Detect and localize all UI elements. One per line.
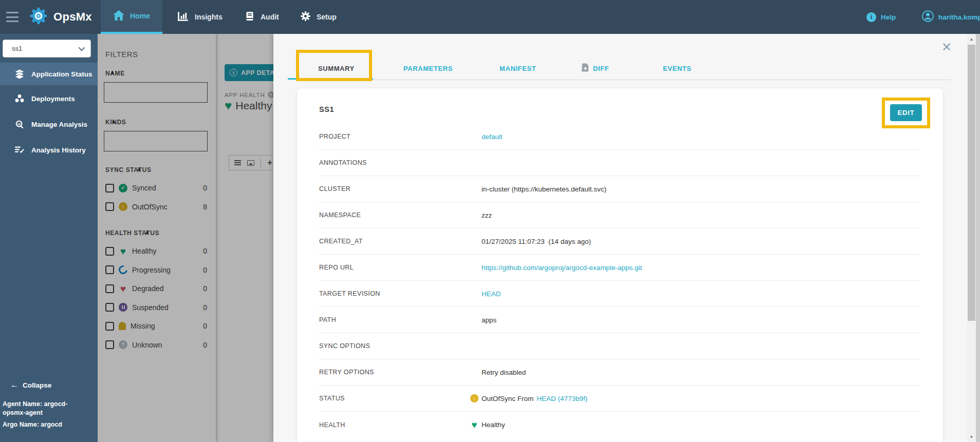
application-name: SS1 [319, 105, 334, 113]
summary-row-value: HEAD [470, 290, 501, 298]
insights-icon [177, 11, 189, 24]
hamburger-menu-icon[interactable] [6, 12, 19, 22]
help-button[interactable]: i Help [866, 0, 896, 34]
app-root: OpsMx Home Insights Audit Setup [0, 0, 980, 442]
summary-rows: PROJECT default ANNOTATIONS CLUSTER [297, 124, 943, 438]
tab-summary[interactable]: SUMMARY [318, 58, 355, 79]
sidebar-item-application-status[interactable]: Application Status [0, 63, 98, 85]
collapse-sidebar-button[interactable]: ← Collapse [10, 380, 51, 390]
out-of-sync-icon [470, 394, 478, 402]
summary-row-value: in-cluster (https://kubernetes.default.s… [470, 185, 606, 193]
summary-row-value: 01/27/2025 11:07:23 (14 days ago) [470, 237, 591, 245]
info-icon: i [866, 12, 876, 22]
edit-button[interactable]: EDIT [890, 104, 922, 121]
nav-item-home[interactable]: Home [101, 0, 162, 34]
tab-parameters[interactable]: PARAMETERS [403, 58, 453, 79]
app-summary-modal: ✕ SUMMARY PARAMETERS MANIFEST DIFF EVENT… [273, 34, 967, 442]
summary-row-value [470, 342, 478, 350]
tabs-divider [288, 80, 951, 80]
opsmx-logo-icon [28, 5, 49, 29]
summary-row-value: https://github.com/argoproj/argocd-examp… [470, 263, 642, 272]
layers-icon [14, 69, 25, 79]
arrow-left-icon: ← [10, 380, 19, 390]
summary-row-created-at: CREATED_AT 01/27/2025 11:07:23 (14 days … [297, 228, 943, 255]
summary-row-sync-options: SYNC OPTIONS [297, 333, 943, 359]
scrollbar-thumb[interactable] [968, 45, 975, 321]
tab-events[interactable]: EVENTS [663, 58, 692, 79]
summary-row-value: Retry disabled [470, 368, 526, 376]
summary-row-project: PROJECT default [297, 124, 943, 150]
agent-name-text: Agent Name: argocd-opsmx-agent [3, 400, 85, 417]
setup-icon [300, 11, 311, 23]
nav-item-insights[interactable]: Insights [168, 0, 232, 34]
chevron-down-icon [79, 45, 85, 51]
summary-row-value: OutOfSync From HEAD (4773b9f) [470, 394, 587, 402]
agent-info: Agent Name: argocd-opsmx-agent Argo Name… [3, 400, 85, 429]
diff-file-icon [582, 63, 589, 73]
brand: OpsMx [28, 5, 92, 29]
tab-diff[interactable]: DIFF [582, 58, 609, 79]
summary-row-cluster: CLUSTER in-cluster (https://kubernetes.d… [297, 176, 943, 202]
nav-item-audit[interactable]: Audit [235, 0, 288, 34]
close-icon[interactable]: ✕ [941, 41, 952, 53]
audit-icon [245, 11, 255, 23]
window-edge-strip [976, 34, 980, 442]
summary-row-namespace: NAMESPACE zzz [297, 202, 943, 228]
summary-row-health: HEALTH Healthy [297, 412, 943, 438]
left-sidebar: ss1 Application Status Deployments Manag… [0, 34, 98, 442]
manage-analysis-icon [14, 120, 25, 129]
healthy-icon [470, 421, 478, 429]
nav-item-setup[interactable]: Setup [291, 0, 346, 34]
summary-row-value [470, 159, 478, 167]
application-selector[interactable]: ss1 [3, 40, 91, 57]
summary-row-retry-options: RETRY OPTIONS Retry disabled [297, 359, 943, 386]
sidebar-item-analysis-history[interactable]: Analysis History [0, 139, 98, 161]
summary-row-annotations: ANNOTATIONS [297, 150, 943, 176]
argo-name-text: Argo Name: argocd [3, 420, 85, 429]
summary-row-value: Healthy [470, 421, 505, 429]
modal-tabs: SUMMARY PARAMETERS MANIFEST DIFF EVENTS [273, 58, 967, 79]
home-icon [113, 10, 124, 22]
summary-row-target-revision: TARGET REVISION HEAD [297, 281, 943, 307]
tab-manifest[interactable]: MANIFEST [500, 58, 536, 79]
scroll-down-icon[interactable]: ▼ [967, 432, 976, 442]
summary-row-path: PATH apps [297, 307, 943, 333]
summary-row-value: zzz [470, 211, 492, 219]
avatar-icon [922, 10, 934, 24]
scroll-up-icon[interactable]: ▲ [967, 34, 976, 44]
summary-row-value: apps [470, 316, 496, 324]
summary-row-value: default [470, 132, 503, 141]
summary-row-repo-url: REPO URL https://github.com/argoproj/arg… [297, 255, 943, 281]
vertical-scrollbar[interactable]: ▲ ▼ [967, 34, 976, 442]
sidebar-item-deployments[interactable]: Deployments [0, 87, 98, 110]
sidebar-item-manage-analysis[interactable]: Manage Analysis [0, 113, 98, 136]
brand-name: OpsMx [53, 10, 92, 24]
summary-row-status: STATUS OutOfSync From HEAD (4773b9f) [297, 386, 943, 412]
deployments-icon [14, 93, 25, 104]
summary-card: SS1 EDIT PROJECT default ANNOTATIONS [297, 88, 943, 442]
top-navbar: OpsMx Home Insights Audit Setup [0, 0, 980, 34]
user-menu[interactable]: haritha.komp... [922, 0, 980, 34]
analysis-history-icon [14, 145, 25, 155]
